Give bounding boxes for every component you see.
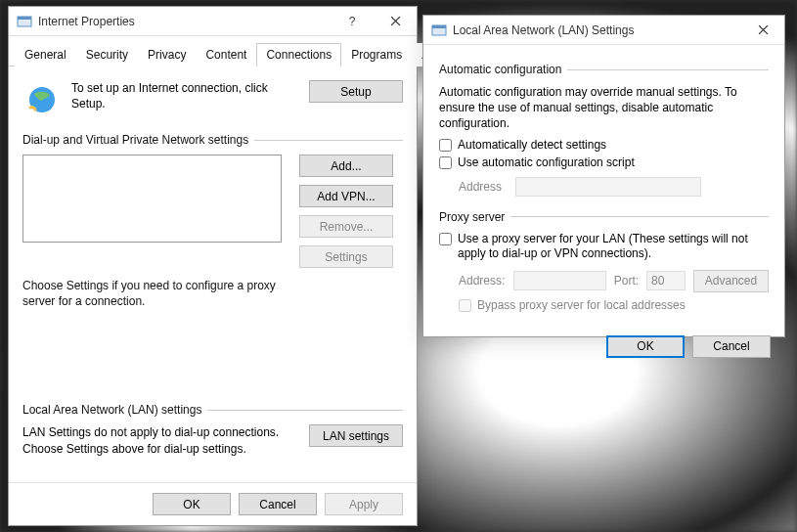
close-button[interactable] bbox=[741, 16, 784, 45]
proxy-port-input bbox=[646, 271, 686, 290]
proxy-checkbox[interactable]: Use a proxy server for your LAN (These s… bbox=[439, 232, 769, 262]
auto-group-label: Automatic configuration bbox=[439, 63, 561, 76]
cancel-button[interactable]: Cancel bbox=[692, 335, 771, 358]
script-address-input bbox=[515, 177, 701, 197]
connections-listbox[interactable] bbox=[22, 155, 282, 243]
app-icon bbox=[17, 14, 32, 29]
divider bbox=[254, 140, 403, 141]
cancel-button[interactable]: Cancel bbox=[239, 493, 317, 515]
apply-button: Apply bbox=[325, 493, 403, 515]
advanced-button: Advanced bbox=[693, 270, 769, 292]
internet-properties-window: Internet Properties ? General Security P… bbox=[8, 6, 418, 526]
tab-privacy[interactable]: Privacy bbox=[138, 43, 196, 66]
checkbox-input bbox=[459, 299, 471, 312]
tabstrip: General Security Privacy Content Connect… bbox=[9, 36, 417, 66]
lan-settings-window: Local Area Network (LAN) Settings Automa… bbox=[422, 15, 785, 337]
tab-content[interactable]: Content bbox=[196, 43, 256, 66]
proxy-address-input bbox=[513, 271, 606, 290]
tab-programs[interactable]: Programs bbox=[341, 43, 412, 66]
proxy-address-label: Address: bbox=[459, 274, 506, 288]
auto-detect-checkbox[interactable]: Automatically detect settings bbox=[439, 138, 769, 152]
add-vpn-button[interactable]: Add VPN... bbox=[299, 185, 393, 207]
app-icon bbox=[431, 22, 447, 38]
setup-button[interactable]: Setup bbox=[309, 80, 403, 103]
checkbox-input[interactable] bbox=[439, 156, 452, 169]
tab-general[interactable]: General bbox=[15, 43, 76, 66]
settings-button: Settings bbox=[299, 245, 393, 268]
svg-rect-1 bbox=[18, 17, 31, 20]
intro-text: To set up an Internet connection, click … bbox=[71, 80, 299, 111]
lan-desc: LAN Settings do not apply to dial-up con… bbox=[22, 424, 291, 456]
add-button[interactable]: Add... bbox=[299, 155, 393, 177]
window-title: Local Area Network (LAN) Settings bbox=[453, 23, 741, 37]
lan-group-label: Local Area Network (LAN) settings bbox=[22, 403, 201, 417]
divider bbox=[510, 216, 769, 217]
dial-group-label: Dial-up and Virtual Private Network sett… bbox=[22, 133, 248, 147]
window-title: Internet Properties bbox=[38, 15, 331, 28]
globe-icon bbox=[22, 80, 62, 119]
ok-button[interactable]: OK bbox=[153, 493, 231, 515]
divider bbox=[207, 410, 403, 411]
auto-script-checkbox[interactable]: Use automatic configuration script bbox=[439, 155, 769, 169]
proxy-group-label: Proxy server bbox=[439, 210, 505, 224]
svg-rect-4 bbox=[432, 25, 446, 28]
tab-security[interactable]: Security bbox=[76, 43, 138, 66]
tab-connections[interactable]: Connections bbox=[256, 43, 341, 66]
checkbox-label: Bypass proxy server for local addresses bbox=[477, 298, 686, 312]
divider bbox=[567, 69, 769, 70]
titlebar: Local Area Network (LAN) Settings bbox=[423, 16, 784, 45]
dial-desc: Choose Settings if you need to configure… bbox=[22, 278, 296, 309]
auto-desc: Automatic configuration may override man… bbox=[439, 84, 769, 132]
bypass-checkbox: Bypass proxy server for local addresses bbox=[459, 298, 769, 312]
checkbox-input[interactable] bbox=[439, 139, 452, 152]
proxy-port-label: Port: bbox=[614, 274, 639, 288]
checkbox-input[interactable] bbox=[439, 233, 452, 245]
help-button[interactable]: ? bbox=[331, 7, 374, 36]
checkbox-label: Automatically detect settings bbox=[458, 138, 606, 152]
titlebar: Internet Properties ? bbox=[9, 7, 417, 36]
script-address-label: Address bbox=[459, 180, 508, 194]
remove-button: Remove... bbox=[299, 215, 393, 238]
close-button[interactable] bbox=[374, 7, 417, 36]
checkbox-label: Use a proxy server for your LAN (These s… bbox=[458, 232, 769, 262]
ok-button[interactable]: OK bbox=[606, 335, 685, 358]
checkbox-label: Use automatic configuration script bbox=[458, 155, 635, 169]
lan-settings-button[interactable]: LAN settings bbox=[309, 424, 403, 447]
